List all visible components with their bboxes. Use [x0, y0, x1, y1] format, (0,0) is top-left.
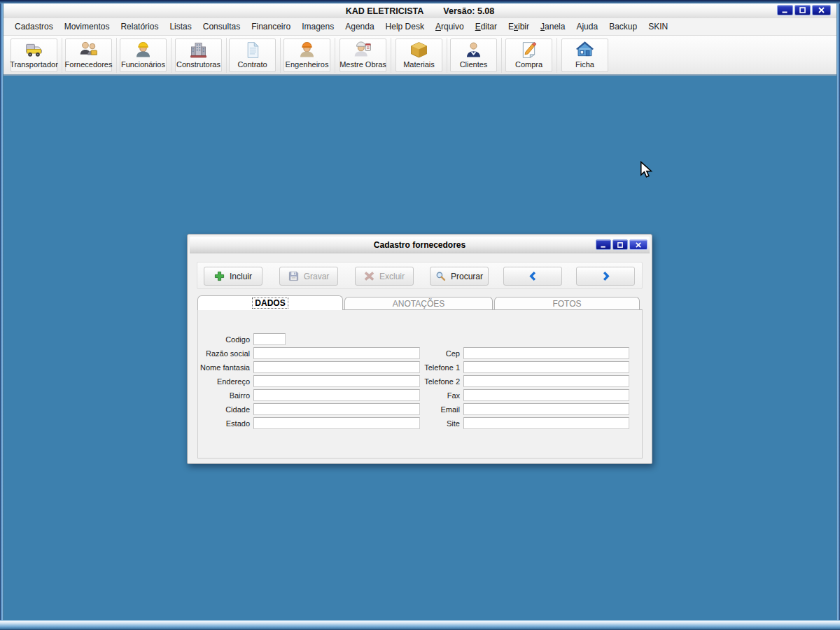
app-title: KAD ELETRICISTA — [346, 6, 424, 16]
incluir-button[interactable]: Incluir — [204, 267, 262, 286]
menu-item-backup[interactable]: Backup — [603, 20, 643, 34]
menu-item-movimentos[interactable]: Movimentos — [59, 20, 115, 34]
field-input-telefone-2[interactable] — [463, 375, 629, 387]
window-frame-top — [0, 0, 840, 4]
toolbar-button-label: Clientes — [460, 60, 488, 69]
toolbar-separator — [280, 38, 281, 73]
field-label-bairro: Bairro — [198, 391, 250, 400]
action-button-panel: IncluirGravarExcluirProcurar — [197, 262, 643, 289]
toolbar-separator — [391, 38, 391, 73]
toolbar-button-label: Compra — [515, 60, 542, 69]
menu-item-imagens[interactable]: Imagens — [296, 20, 340, 34]
action-button-label: Excluir — [379, 272, 405, 281]
field-label-telefone-2: Telefone 2 — [408, 377, 460, 386]
menu-item-janela[interactable]: Janela — [535, 20, 570, 34]
previous-record-button[interactable] — [503, 267, 562, 286]
tab-label: DADOS — [253, 298, 287, 308]
menu-item-skin[interactable]: SKIN — [643, 20, 673, 34]
toolbar-button-label: Contrato — [237, 60, 267, 69]
toolbar-button-ficha[interactable]: Ficha — [561, 38, 608, 72]
toolbar-button-mestre-obras[interactable]: Mestre Obras — [340, 38, 386, 72]
field-label-cep: Cep — [408, 349, 460, 358]
toolbar-button-contrato[interactable]: Contrato — [229, 38, 276, 72]
gravar-button[interactable]: Gravar — [279, 267, 338, 286]
main-titlebar[interactable]: KAD ELETRICISTA Versão: 5.08 — [4, 4, 836, 18]
field-input-fax[interactable] — [463, 389, 629, 401]
next-record-button[interactable] — [576, 267, 635, 286]
field-input-telefone-1[interactable] — [463, 361, 629, 373]
child-minimize-icon[interactable] — [596, 239, 611, 250]
menu-item-agenda[interactable]: Agenda — [340, 20, 379, 34]
field-input-endereco[interactable] — [253, 375, 420, 387]
field-label-cidade: Cidade — [198, 405, 250, 414]
search-icon — [435, 271, 446, 281]
field-input-cidade[interactable] — [253, 403, 420, 415]
menu-item-listas[interactable]: Listas — [164, 20, 197, 34]
menu-item-exibir[interactable]: Exibir — [503, 20, 535, 34]
field-input-site[interactable] — [463, 417, 629, 429]
minimize-icon[interactable] — [777, 5, 793, 15]
menu-item-editar[interactable]: Editar — [470, 20, 503, 34]
field-input-cep[interactable] — [463, 347, 629, 359]
menu-item-consultas[interactable]: Consultas — [197, 20, 246, 34]
toolbar-separator — [62, 38, 62, 73]
tab-anotacoes[interactable]: ANOTAÇÕES — [344, 297, 493, 310]
toolbar-button-compra[interactable]: Compra — [505, 38, 552, 72]
field-input-codigo[interactable] — [253, 333, 286, 345]
dados-tab-panel: CodigoRazão socialNome fantasiaEndereçoB… — [197, 309, 643, 458]
app-version: Versão: 5.08 — [443, 6, 494, 16]
toolbar-button-fornecedores[interactable]: Fornecedores — [65, 38, 112, 72]
action-button-label: Gravar — [304, 272, 330, 281]
toolbar-button-materiais[interactable]: Materiais — [396, 38, 442, 72]
child-titlebar[interactable]: Cadastro fornecedores — [190, 237, 650, 253]
tab-fotos[interactable]: FOTOS — [494, 297, 640, 310]
toolbar-separator — [116, 38, 117, 73]
menu-item-cadastros[interactable]: Cadastros — [9, 20, 59, 34]
toolbar-button-construtoras[interactable]: Construtoras — [175, 38, 222, 72]
procurar-button[interactable]: Procurar — [430, 267, 489, 286]
field-label-estado: Estado — [198, 419, 250, 428]
child-close-icon[interactable] — [629, 239, 648, 250]
field-input-nome-fantasia[interactable] — [253, 361, 420, 373]
child-maximize-icon[interactable] — [612, 239, 628, 250]
toolbar-button-label: Fornecedores — [65, 60, 113, 69]
menu-bar: CadastrosMovimentosRelatóriosListasConsu… — [4, 18, 836, 36]
menu-item-arquivo[interactable]: Arquivo — [430, 20, 470, 34]
tab-dados[interactable]: DADOS — [197, 295, 343, 310]
toolbar-button-label: Materiais — [403, 60, 435, 69]
purchase-icon — [519, 40, 539, 60]
toolbar-button-clientes[interactable]: Clientes — [450, 38, 497, 72]
field-label-endereco: Endereço — [198, 377, 250, 386]
foreman-icon — [353, 40, 373, 60]
mdi-client-area: Cadastro fornecedores IncluirGravarExclu… — [4, 76, 836, 620]
menu-item-relatorios[interactable]: Relatórios — [115, 20, 164, 34]
application-window: KAD ELETRICISTA Versão: 5.08 CadastrosMo… — [0, 0, 840, 630]
toolbar-button-transportador[interactable]: Transportador — [10, 38, 57, 72]
field-input-estado[interactable] — [253, 417, 420, 429]
child-window-body: IncluirGravarExcluirProcurar DADOSANOTAÇ… — [190, 253, 650, 460]
field-input-bairro[interactable] — [253, 389, 420, 401]
toolbar-button-engenheiros[interactable]: Engenheiros — [284, 38, 330, 72]
toolbar: TransportadorFornecedoresFuncionáriosCon… — [4, 36, 836, 76]
toolbar-button-label: Construtoras — [176, 60, 220, 69]
mouse-cursor — [639, 161, 654, 178]
main-title: KAD ELETRICISTA Versão: 5.08 — [346, 6, 495, 16]
building-icon — [188, 40, 209, 60]
menu-item-financeiro[interactable]: Financeiro — [246, 20, 296, 34]
delete-icon — [364, 271, 374, 281]
close-icon[interactable] — [812, 5, 831, 15]
excluir-button[interactable]: Excluir — [355, 267, 414, 286]
menu-item-ajuda[interactable]: Ajuda — [570, 20, 603, 34]
window-frame-bottom — [0, 620, 840, 630]
field-input-email[interactable] — [463, 403, 629, 415]
tab-label: ANOTAÇÕES — [393, 299, 444, 309]
toolbar-button-funcionarios[interactable]: Funcionários — [120, 38, 167, 72]
field-label-fax: Fax — [408, 391, 460, 400]
box-icon — [409, 40, 429, 60]
maximize-icon[interactable] — [794, 5, 811, 15]
menu-item-help-desk[interactable]: Help Desk — [380, 20, 430, 34]
house-icon — [575, 40, 595, 60]
field-input-razao-social[interactable] — [253, 347, 420, 359]
chevron-right-icon — [601, 271, 611, 281]
field-label-razao-social: Razão social — [198, 349, 250, 358]
